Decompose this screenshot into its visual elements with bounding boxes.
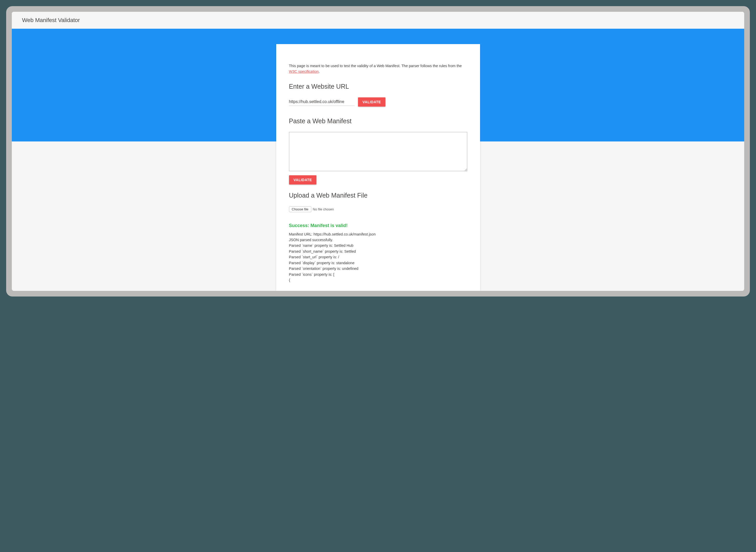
intro-text-before: This page is meant to be used to test th… <box>289 64 462 68</box>
validate-paste-button[interactable]: VALIDATE <box>289 175 317 184</box>
paste-section-heading: Paste a Web Manifest <box>289 117 467 125</box>
window-frame: Web Manifest Validator This page is mean… <box>6 6 750 296</box>
manifest-textarea[interactable] <box>289 132 467 171</box>
app-title: Web Manifest Validator <box>22 17 734 24</box>
result-output: Manifest URL: https://hub.settled.co.uk/… <box>289 232 467 283</box>
url-section-heading: Enter a Website URL <box>289 83 467 90</box>
file-upload-row: Choose file No file chosen <box>289 206 467 212</box>
success-heading: Success: Manifest is valid! <box>289 223 467 228</box>
intro-text: This page is meant to be used to test th… <box>289 63 467 75</box>
app-window: Web Manifest Validator This page is mean… <box>12 12 744 291</box>
w3c-spec-link[interactable]: W3C specification <box>289 70 319 74</box>
intro-text-after: . <box>319 70 320 74</box>
no-file-chosen-label: No file chosen <box>313 207 334 211</box>
choose-file-button[interactable]: Choose file <box>289 206 311 212</box>
upload-section-heading: Upload a Web Manifest File <box>289 192 467 199</box>
website-url-input[interactable] <box>289 98 354 106</box>
header-bar: Web Manifest Validator <box>12 12 744 29</box>
validate-url-button[interactable]: VALIDATE <box>358 97 386 107</box>
url-input-row: VALIDATE <box>289 97 467 107</box>
content-card: This page is meant to be used to test th… <box>276 44 480 291</box>
